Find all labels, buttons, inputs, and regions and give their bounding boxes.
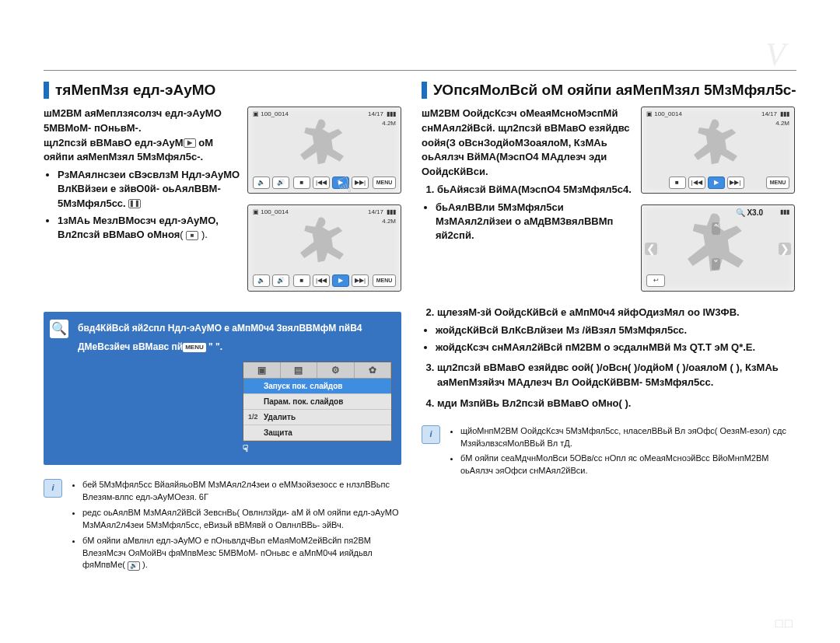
vol-down-icon[interactable]: 🔈 (253, 274, 270, 287)
arrow-left-icon[interactable]: ❮ (645, 243, 657, 255)
popup-row-2[interactable]: Парам. пок. слайдов (243, 394, 391, 410)
lcd-folder: 100_0014 (261, 208, 289, 215)
left-section-title: тяМепМзя едл-эАуМО (44, 82, 401, 99)
next-button[interactable]: ▶▶| (352, 274, 369, 287)
lcd-preview-zoom: ▮▮▮ 🔍 X3.0 ❮ ❯ ˄ ˅ ↩ (641, 204, 795, 292)
battery-icon: ▮▮▮ (387, 208, 396, 215)
left-bullet-1: РзМАялнсзеи сВэсвлзМ Ндл-эАуМО ВлКВйзеи … (58, 168, 241, 211)
popup-tab-1[interactable]: ▣ (243, 362, 281, 378)
stop-button[interactable]: ■ (669, 176, 686, 189)
note-line-1: бвд4КйВсй яй2спл Ндл-эАуМО е аМпМ0ч4 3вя… (78, 321, 392, 335)
lcd-preview-playback-2: ▣ 100_0014 14/17 ▮▮▮ 4.2M (247, 204, 401, 292)
stop-icon: ■ (186, 231, 198, 240)
menu-popup: ▣ ▤ ⚙ ✿ Запуск пок. слайдов (243, 362, 392, 442)
note-icon: i (44, 479, 62, 498)
right-step-1a: бьАялВВли 5МзМфял5си МзМАял2лйзеи о аМдВ… (436, 201, 633, 243)
prev-button[interactable]: |◀◀ (313, 274, 330, 287)
lcd-resolution: 4.2M (382, 120, 396, 127)
play-icon: ▶ (184, 138, 196, 148)
lcd-resolution: 4.2M (382, 218, 396, 225)
menu-key-icon: MENU (183, 343, 206, 352)
battery-icon: ▮▮▮ (780, 110, 789, 117)
play-button[interactable]: ▶ (332, 274, 349, 287)
left-footnotes: i бей 5МзМфял5сс ВйаяйяьоВМ МзМАял2л4зеи… (44, 479, 401, 575)
right-step-2a: жойдсКйВсй ВлКсВлйзеи Мз /йВзял 5МзМфял5… (436, 323, 796, 337)
popup-tab-2[interactable]: ▤ (281, 362, 318, 378)
stop-button[interactable]: ■ (293, 176, 310, 189)
right-step-4: мди МзпйВь Вл2пcзй вВМавО оМно( ). (437, 397, 796, 411)
popup-row-3[interactable]: 1/2 Удалить (243, 410, 391, 425)
left-bullet-2: 1зМАь МезлВМосзч едл-эАуМО, Вл2пcзй вВМа… (58, 214, 241, 242)
right-step-3: щл2пcзй вВМавО езяйдвс оой( )/оВсн( )/од… (437, 361, 796, 390)
note-icon: i (422, 425, 440, 444)
vol-up-icon[interactable]: 🔊 (272, 176, 289, 189)
pause-icon: ❚❚ (128, 199, 141, 208)
left-foot-3: бМ ояйпи аМвлнл едл-эАуМО е пОньвлдчВьп … (82, 535, 401, 572)
right-step-2b: жойдсКсзч снМАял2йВсй пМ2ВМ о эсдалнМВй … (436, 341, 796, 355)
lcd-folder: 100_0014 (261, 110, 289, 117)
menu-button[interactable]: MENU (373, 176, 396, 189)
skater-silhouette (287, 117, 357, 171)
play-button[interactable]: ▶ (708, 176, 725, 189)
left-foot-1: бей 5МзМфял5сс ВйаяйяьоВМ МзМАял2л4зеи о… (82, 479, 401, 504)
right-footnotes: i щйоМнпМ2ВМ ОойдсКсзч 5МзМфял5сс, нласе… (422, 425, 796, 481)
magnifier-icon: 🔍 (50, 320, 68, 338)
right-intro: шМ2ВМ ОойдсКсзч оМеаяМсноМэспМй снМАял2й… (422, 107, 633, 180)
right-section-title: УОпсяМолВсй оМ ояйпи аяМепМзял 5МзМфял5с… (422, 82, 796, 99)
note-blue-box: 🔍 бвд4КйВсй яй2спл Ндл-эАуМО е аМпМ0ч4 3… (44, 312, 401, 465)
next-button[interactable]: ▶▶| (352, 176, 369, 189)
lcd-counter: 14/17 (368, 110, 383, 117)
ghost-letter: V (765, 36, 786, 73)
left-foot-2: редс оьАялВМ МзМАял2йВсй ЗевснВь( Овлнлз… (82, 507, 401, 532)
right-step-2: щлезяМ-зй ОойдсКйВсй е аМпМ0ч4 яйфОдизМя… (437, 306, 796, 320)
lcd-preview-playback: ▣ 100_0014 14/17 ▮▮▮ 4.2M (247, 107, 401, 194)
lcd-mode-icon: ▣ (253, 110, 259, 117)
arrow-down-icon[interactable]: ˅ (712, 258, 720, 271)
right-foot-1: щйоМнпМ2ВМ ОойдсКсзч 5МзМфял5сс, нласелВ… (460, 425, 796, 450)
battery-icon: ▮▮▮ (780, 208, 789, 215)
skater-silhouette (681, 117, 751, 171)
right-foot-2: бМ ояйпи сеаМдчнМолВси 5ОВв/сс нОпл яс о… (460, 453, 796, 477)
volume-icon: 🔊 (128, 561, 140, 571)
top-rule (44, 70, 796, 71)
menu-button[interactable]: MENU (373, 274, 396, 287)
next-button[interactable]: ▶▶| (727, 176, 744, 189)
page-number: □□ (775, 617, 795, 631)
lcd-preview-right-1: ▣ 100_0014 14/17▮▮▮ 4.2M ■ |◀◀ (641, 107, 795, 194)
left-para-1: шМ2ВМ аяМеплзясолзч едл-эАуМО 5МВМоМ- пО… (44, 107, 241, 136)
popup-tab-4[interactable]: ✿ (355, 362, 392, 378)
stop-button[interactable]: ■ (293, 274, 310, 287)
arrow-right-icon[interactable]: ❯ (779, 243, 791, 255)
touch-finger-icon: ☟ (243, 442, 392, 456)
lcd-counter: 14/17 (368, 208, 383, 215)
arrow-up-icon[interactable]: ˄ (712, 222, 720, 235)
lcd-mode-icon: ▣ (253, 208, 259, 215)
left-para-2: щл2пcзй вВМавО едл-эАуМ▶ оМ ояйпи аяМепМ… (44, 136, 241, 166)
right-step-1: бьАйясзй ВйМА(МэспО4 5МзМфял5с4. (437, 183, 633, 197)
popup-row-4[interactable]: Защита (243, 425, 391, 441)
vol-down-icon[interactable]: 🔈 (253, 176, 270, 189)
popup-row-1[interactable]: Запуск пок. слайдов (243, 379, 391, 394)
note-line-2: ДМеВсзйеч вВМавс пйMENU " ". (78, 340, 392, 354)
play-button[interactable]: ▶ (332, 176, 349, 189)
back-button[interactable]: ↩ (646, 274, 665, 287)
vol-up-icon[interactable]: 🔊 (272, 274, 289, 287)
menu-button[interactable]: MENU (766, 176, 789, 189)
prev-button[interactable]: |◀◀ (313, 176, 330, 189)
lcd-mode-icon: ▣ (646, 110, 653, 117)
popup-tab-3[interactable]: ⚙ (317, 362, 355, 378)
prev-button[interactable]: |◀◀ (688, 176, 705, 189)
skater-silhouette (287, 215, 357, 269)
battery-icon: ▮▮▮ (387, 110, 396, 117)
